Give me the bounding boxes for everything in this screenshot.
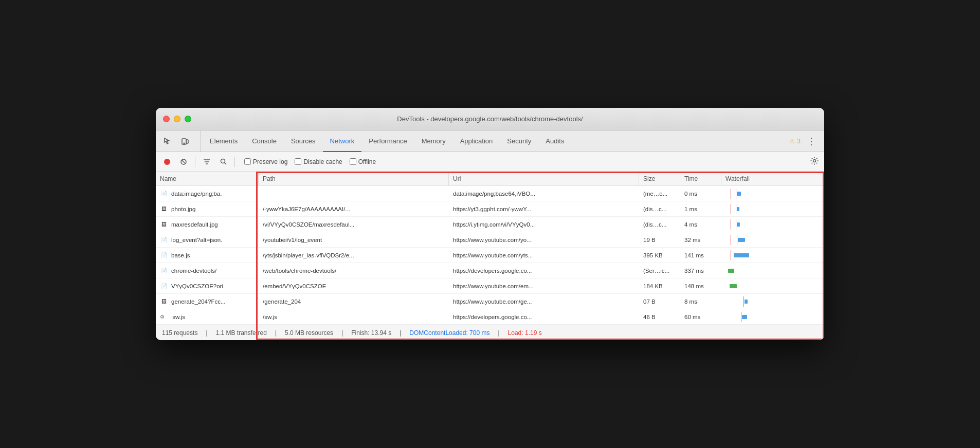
warning-badge[interactable]: ⚠ 3: [789, 138, 801, 145]
status-divider5: |: [498, 329, 499, 337]
file-icon: 📄: [160, 190, 168, 198]
toolbar-divider: [195, 157, 195, 167]
row-url: https://i.ytimg.com/vi/VYyQv0...: [449, 217, 639, 232]
offline-checkbox-label[interactable]: Offline: [350, 158, 376, 165]
col-url[interactable]: Url: [449, 172, 639, 185]
row-waterfall: [721, 217, 824, 232]
maximize-button[interactable]: [185, 116, 191, 122]
record-button[interactable]: [161, 156, 173, 168]
tab-sources[interactable]: Sources: [284, 130, 323, 152]
preserve-log-label: Preserve log: [253, 158, 287, 165]
tab-elements[interactable]: Elements: [203, 130, 245, 152]
row-path: /generate_204: [259, 294, 449, 309]
table-row[interactable]: 📄log_event?alt=json. /youtubei/v1/log_ev…: [156, 232, 824, 248]
table-row[interactable]: 📄chrome-devtools/ /web/tools/chrome-devt…: [156, 263, 824, 278]
svg-line-7: [224, 163, 226, 165]
svg-line-5: [182, 160, 185, 163]
row-time: 337 ms: [680, 263, 721, 278]
tab-icons: [161, 130, 201, 152]
row-url: data:image/png;base64,iVBO...: [449, 186, 639, 201]
row-waterfall: [721, 263, 824, 278]
clear-button[interactable]: [177, 156, 190, 168]
devtools-window: DevTools - developers.google.com/web/too…: [156, 108, 824, 340]
preserve-log-checkbox-label[interactable]: Preserve log: [244, 158, 287, 165]
preserve-log-checkbox[interactable]: [244, 158, 251, 165]
row-waterfall: [721, 186, 824, 201]
title-bar: DevTools - developers.google.com/web/too…: [156, 108, 824, 130]
col-path[interactable]: Path: [259, 172, 449, 185]
toolbar-checkboxes: Preserve log Disable cache Offline: [240, 158, 380, 165]
row-url: https://www.youtube.com/yo...: [449, 232, 639, 247]
status-divider3: |: [341, 329, 343, 337]
tab-console[interactable]: Console: [245, 130, 284, 152]
table-row[interactable]: 🖼maxresdefault.jpg /vi/VYyQv0CSZOE/maxre…: [156, 217, 824, 232]
svg-point-3: [164, 159, 170, 165]
row-name: maxresdefault.jpg: [171, 221, 218, 228]
disable-cache-label: Disable cache: [303, 158, 342, 165]
table-header: Name Path Url Size Time Waterfall: [156, 172, 824, 186]
tab-application[interactable]: Application: [453, 130, 500, 152]
device-toolbar-icon[interactable]: [178, 135, 192, 148]
tab-security[interactable]: Security: [500, 130, 538, 152]
filter-button[interactable]: [201, 156, 213, 168]
row-url: https://www.youtube.com/ge...: [449, 294, 639, 309]
row-size: 19 B: [639, 232, 680, 247]
row-url: https://developers.google.co...: [449, 309, 639, 324]
row-name: data:image/png;ba.: [171, 191, 222, 197]
row-waterfall: [721, 278, 824, 293]
offline-checkbox[interactable]: [350, 158, 356, 165]
row-path: /web/tools/chrome-devtools/: [259, 263, 449, 278]
warning-icon: ⚠: [789, 138, 795, 145]
tab-network[interactable]: Network: [323, 130, 362, 152]
toolbar-divider2: [234, 157, 235, 167]
svg-rect-1: [186, 140, 188, 143]
tab-memory[interactable]: Memory: [414, 130, 453, 152]
table-row[interactable]: 📄VYyQv0CSZOE?ori. /embed/VYyQv0CSZOE htt…: [156, 278, 824, 294]
svg-point-2: [184, 143, 185, 144]
svg-point-8: [813, 159, 816, 162]
status-requests: 115 requests: [162, 329, 197, 337]
row-time: 0 ms: [680, 186, 721, 201]
row-name: log_event?alt=json.: [171, 237, 222, 243]
row-time: 8 ms: [680, 294, 721, 309]
tab-audits[interactable]: Audits: [538, 130, 571, 152]
row-time: 4 ms: [680, 217, 721, 232]
row-name: VYyQv0CSZOE?ori.: [171, 283, 225, 289]
file-icon: 🖼: [160, 297, 168, 306]
search-button[interactable]: [217, 156, 229, 168]
table-row[interactable]: 🖼generate_204?Fcc... /generate_204 https…: [156, 294, 824, 309]
inspect-icon[interactable]: [161, 135, 174, 148]
file-icon: 📄: [160, 267, 168, 275]
row-waterfall: [721, 232, 824, 247]
minimize-button[interactable]: [174, 116, 180, 122]
table-row[interactable]: ⚙ sw.js /sw.js https://developers.google…: [156, 309, 824, 325]
file-icon: 🖼: [160, 220, 168, 229]
window-title: DevTools - developers.google.com/web/too…: [397, 115, 583, 123]
main-content: Name Path Url Size Time Waterfall 📄data:…: [156, 172, 824, 340]
row-size: 46 B: [639, 309, 680, 324]
warning-count: 3: [797, 138, 801, 145]
row-waterfall: [721, 294, 824, 309]
col-waterfall[interactable]: Waterfall: [721, 172, 824, 185]
more-menu-button[interactable]: ⋮: [805, 134, 818, 149]
svg-point-6: [221, 159, 225, 163]
row-size: (dis…c...: [639, 217, 680, 232]
row-path: [259, 186, 449, 201]
status-finish: Finish: 13.94 s: [351, 329, 391, 337]
row-url: https://www.youtube.com/yts...: [449, 248, 639, 263]
table-row[interactable]: 📄data:image/png;ba. data:image/png;base6…: [156, 186, 824, 201]
col-size[interactable]: Size: [639, 172, 680, 185]
status-divider4: |: [400, 329, 401, 337]
row-url: https://developers.google.co...: [449, 263, 639, 278]
disable-cache-checkbox[interactable]: [295, 158, 301, 165]
tab-bar-right: ⚠ 3 ⋮: [789, 130, 824, 152]
settings-button[interactable]: [810, 156, 819, 167]
tab-performance[interactable]: Performance: [361, 130, 414, 152]
row-path: /sw.js: [259, 309, 449, 324]
status-transferred: 1.1 MB transferred: [216, 329, 267, 337]
disable-cache-checkbox-label[interactable]: Disable cache: [295, 158, 342, 165]
col-time[interactable]: Time: [680, 172, 721, 185]
table-row[interactable]: 📄base.js /yts/jsbin/player_ias-vflVQDSr2…: [156, 248, 824, 263]
close-button[interactable]: [163, 116, 170, 122]
table-row[interactable]: 🖼photo.jpg /-ywwYkaJ6E7g/AAAAAAAAAI/... …: [156, 201, 824, 217]
